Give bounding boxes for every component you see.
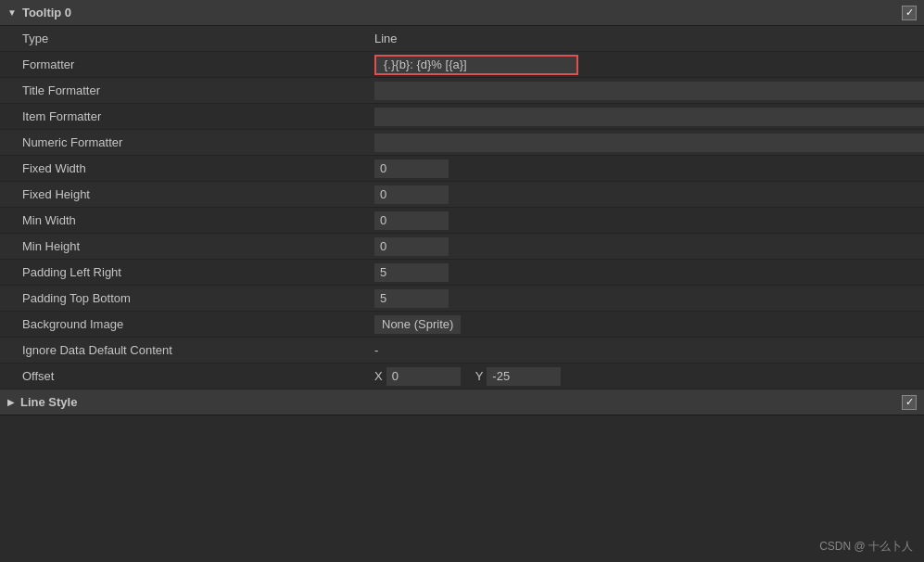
line-style-checkbox[interactable]: ✓ (902, 395, 917, 410)
padding-lr-input[interactable] (374, 263, 449, 282)
offset-x-label: X (374, 369, 383, 383)
property-row-fixed-width: Fixed Width (0, 156, 924, 182)
offset-label: Offset (22, 369, 374, 383)
property-row-type: Type Line (0, 26, 924, 52)
property-row-item-formatter: Item Formatter (0, 104, 924, 130)
offset-x-input[interactable] (386, 367, 461, 386)
numeric-formatter-label: Numeric Formatter (22, 135, 374, 149)
property-row-ignore-data: Ignore Data Default Content - (0, 338, 924, 364)
property-row-formatter: Formatter {.}{b}: {d}% [{a}] (0, 52, 924, 78)
tooltip-enabled-checkbox[interactable]: ✓ (902, 6, 917, 20)
bg-image-text: None (Sprite) (382, 317, 453, 331)
property-row-title-formatter: Title Formatter (0, 78, 924, 104)
property-row-bg-image: Background Image None (Sprite) (0, 312, 924, 338)
fixed-height-label: Fixed Height (22, 187, 374, 201)
min-width-input[interactable] (374, 211, 449, 230)
property-row-padding-lr: Padding Left Right (0, 260, 924, 286)
property-row-min-height: Min Height (0, 234, 924, 260)
bg-image-label: Background Image (22, 317, 374, 331)
item-formatter-input[interactable] (374, 108, 924, 126)
min-width-label: Min Width (22, 213, 374, 227)
inspector-panel: ▼ Tooltip 0 ✓ Type Line Formatter {.}{b}… (0, 0, 924, 562)
line-style-title: Line Style (20, 395, 902, 409)
min-height-label: Min Height (22, 239, 374, 253)
line-style-collapse-arrow: ▶ (7, 397, 15, 407)
fixed-height-input[interactable] (374, 185, 449, 204)
tooltip-collapse-arrow: ▼ (7, 7, 17, 18)
ignore-data-label: Ignore Data Default Content (22, 343, 374, 357)
numeric-formatter-input[interactable] (374, 134, 924, 152)
offset-y-input[interactable] (487, 367, 561, 386)
line-style-section-header[interactable]: ▶ Line Style ✓ (0, 390, 924, 415)
type-value: Line (374, 32, 398, 45)
formatter-label: Formatter (22, 57, 374, 71)
padding-tb-input[interactable] (374, 289, 449, 308)
title-formatter-label: Title Formatter (22, 83, 374, 97)
tooltip-section-header[interactable]: ▼ Tooltip 0 ✓ (0, 0, 924, 26)
type-label: Type (22, 32, 374, 45)
watermark-text: CSDN @ 十么卜人 (819, 540, 913, 553)
property-row-min-width: Min Width (0, 208, 924, 234)
property-row-padding-tb: Padding Top Bottom (0, 286, 924, 312)
fixed-width-input[interactable] (374, 160, 449, 178)
offset-x-field: X (374, 367, 461, 386)
ignore-data-value: - (374, 343, 924, 357)
fixed-width-label: Fixed Width (22, 161, 374, 175)
title-formatter-input[interactable] (374, 82, 924, 100)
watermark: CSDN @ 十么卜人 (819, 539, 913, 555)
property-row-numeric-formatter: Numeric Formatter (0, 130, 924, 156)
min-height-input[interactable] (374, 237, 449, 256)
offset-y-field: Y (475, 367, 562, 386)
property-row-offset: Offset X Y (0, 364, 924, 390)
formatter-value: {.}{b}: {d}% [{a}] (384, 57, 467, 71)
item-formatter-label: Item Formatter (22, 109, 374, 123)
padding-lr-label: Padding Left Right (22, 265, 374, 279)
bg-image-value[interactable]: None (Sprite) (374, 315, 461, 334)
padding-tb-label: Padding Top Bottom (22, 291, 374, 305)
formatter-value-box[interactable]: {.}{b}: {d}% [{a}] (374, 55, 578, 75)
tooltip-section-title: Tooltip 0 (22, 6, 902, 19)
offset-y-label: Y (475, 369, 484, 383)
property-row-fixed-height: Fixed Height (0, 182, 924, 208)
